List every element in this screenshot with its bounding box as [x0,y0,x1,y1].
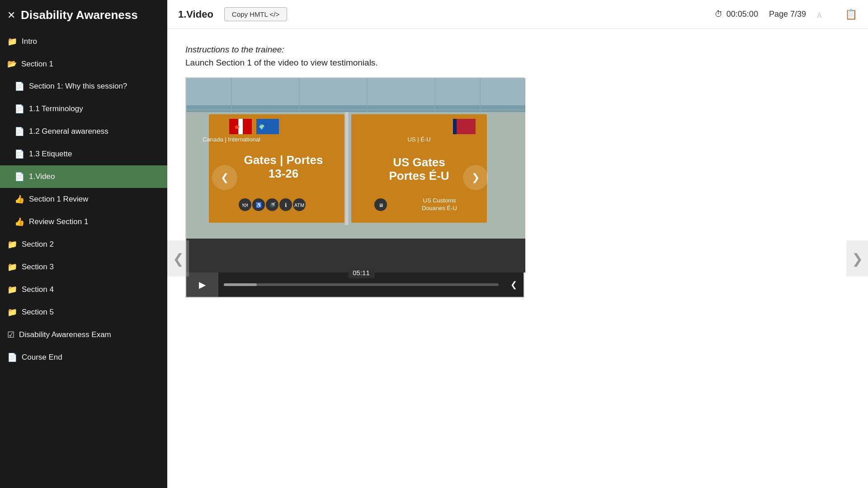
app-title: Disability Awareness [21,8,138,22]
folder-icon: 📁 [7,307,17,317]
sidebar-item-section1-review[interactable]: 👍Section 1 Review [0,188,167,211]
film-icon: 📄 [14,172,24,182]
close-icon[interactable]: ✕ [7,9,15,21]
prev-page-arrow[interactable]: ❮ [167,240,189,277]
sidebar: ✕ Disability Awareness 📁Intro📂Section 1📄… [0,0,167,488]
sidebar-label: 1.3 Etiquette [29,150,72,159]
sidebar-item-section1-video[interactable]: 📄1.Video [0,165,167,188]
folder-open-icon: 📂 [7,59,17,69]
svg-text:Douanes É-U: Douanes É-U [422,205,457,211]
sidebar-label: Section 1: Why this session? [29,82,127,91]
svg-text:Portes É-U: Portes É-U [389,169,449,183]
sidebar-label: 1.1 Terminology [29,104,83,113]
svg-text:ℹ: ℹ [285,202,287,208]
sidebar-item-section1-terminology[interactable]: 📄1.1 Terminology [0,98,167,120]
notes-icon[interactable]: 📋 [845,9,857,20]
sidebar-item-intro[interactable]: 📁Intro [0,30,167,53]
folder-icon: 📁 [7,37,17,47]
next-page-arrow[interactable]: ❯ [846,240,868,277]
svg-text:🍁: 🍁 [234,124,240,130]
doc-icon: 📄 [14,149,24,159]
sidebar-item-exam[interactable]: ☑Disability Awareness Exam [0,324,167,346]
svg-text:🖥: 🖥 [378,202,383,208]
font-small-icon[interactable]: A [817,12,822,20]
svg-text:US Customs: US Customs [423,197,456,204]
svg-text:🌍: 🌍 [259,124,265,130]
main-content: 1.Video Copy HMTL </> ⏱ 00:05:00 Page 7/… [167,0,868,488]
copy-html-button[interactable]: Copy HMTL </> [224,7,287,21]
sidebar-label: 1.2 General awareness [29,127,108,136]
play-button[interactable]: ▶ [186,272,218,297]
sidebar-item-section1-why[interactable]: 📄Section 1: Why this session? [0,75,167,98]
doc-icon: 📄 [14,81,24,91]
sidebar-header: ✕ Disability Awareness [0,0,167,30]
svg-rect-34 [453,119,457,134]
video-scene: 🍁 🌍 Canada | International ❮ Gates | Por… [186,78,525,272]
svg-text:Canada | International: Canada | International [203,136,260,143]
sidebar-item-section3[interactable]: 📁Section 3 [0,256,167,278]
svg-text:13-26: 13-26 [269,167,299,180]
sidebar-label: Section 1 [21,60,53,69]
doc-icon: 📄 [7,352,17,362]
svg-text:US Gates: US Gates [393,155,445,169]
sidebar-nav: 📁Intro📂Section 1📄Section 1: Why this ses… [0,30,167,369]
folder-icon: 📁 [7,239,17,249]
video-controls: ▶ 05:11 ❮ [186,272,524,297]
svg-text:🚿: 🚿 [269,202,276,208]
svg-rect-31 [345,112,348,225]
thumb-icon: 👍 [14,194,24,204]
clock-icon: ⏱ [715,9,723,19]
svg-text:❯: ❯ [472,172,480,183]
instructions-text: Instructions to the trainee: Launch Sect… [185,43,850,69]
svg-text:❮: ❮ [221,172,229,183]
sidebar-label: Review Section 1 [29,217,88,226]
check-icon: ☑ [7,330,14,340]
page-info: Page 7/39 [769,9,806,19]
progress-bar[interactable]: 05:11 [224,283,499,286]
font-large-icon[interactable]: A [823,8,830,21]
top-bar: 1.Video Copy HMTL </> ⏱ 00:05:00 Page 7/… [167,0,868,29]
top-bar-right: ⏱ 00:05:00 Page 7/39 A A 📋 [715,8,857,21]
sidebar-item-section1-etiquette[interactable]: 📄1.3 Etiquette [0,143,167,165]
sidebar-item-section5[interactable]: 📁Section 5 [0,301,167,324]
timer-display: ⏱ 00:05:00 [715,9,758,19]
font-size-controls: A A [817,8,830,21]
sidebar-item-review-section1[interactable]: 👍Review Section 1 [0,211,167,233]
svg-text:ATM: ATM [294,202,304,208]
video-container: 🍁 🌍 Canada | International ❮ Gates | Por… [185,77,524,298]
thumb-icon: 👍 [14,217,24,227]
sidebar-label: Section 1 Review [29,195,88,204]
sidebar-label: Section 3 [22,263,54,272]
progress-bar-fill [224,283,257,286]
sidebar-label: Course End [22,353,62,362]
sidebar-label: Section 4 [22,285,54,294]
time-badge: 05:11 [348,267,374,278]
sidebar-label: Intro [22,37,37,46]
sidebar-item-course-end[interactable]: 📄Course End [0,346,167,369]
sidebar-label: Section 2 [22,240,54,249]
svg-text:♿: ♿ [255,202,262,208]
folder-icon: 📁 [7,262,17,272]
video-frame: 🍁 🌍 Canada | International ❮ Gates | Por… [186,78,525,272]
timer-value: 00:05:00 [726,9,758,19]
sidebar-item-section1-awareness[interactable]: 📄1.2 General awareness [0,120,167,143]
content-area: ❮ Instructions to the trainee: Launch Se… [167,29,868,488]
svg-text:US | É-U: US | É-U [407,136,430,143]
sidebar-item-section4[interactable]: 📁Section 4 [0,278,167,301]
instructions-main: Launch Section 1 of the video to view te… [185,58,378,67]
doc-icon: 📄 [14,104,24,114]
doc-icon: 📄 [14,127,24,136]
sidebar-label: Disability Awareness Exam [19,330,111,339]
sidebar-label: Section 5 [22,308,54,317]
svg-text:Gates | Portes: Gates | Portes [244,153,323,167]
svg-text:🍽: 🍽 [242,202,248,208]
folder-icon: 📁 [7,285,17,295]
instructions-italic: Instructions to the trainee: [185,45,284,54]
sidebar-item-section2[interactable]: 📁Section 2 [0,233,167,256]
sidebar-item-section1[interactable]: 📂Section 1 [0,53,167,75]
collapse-button[interactable]: ❮ [504,280,524,290]
page-title: 1.Video [178,9,213,20]
sidebar-label: 1.Video [29,172,55,181]
